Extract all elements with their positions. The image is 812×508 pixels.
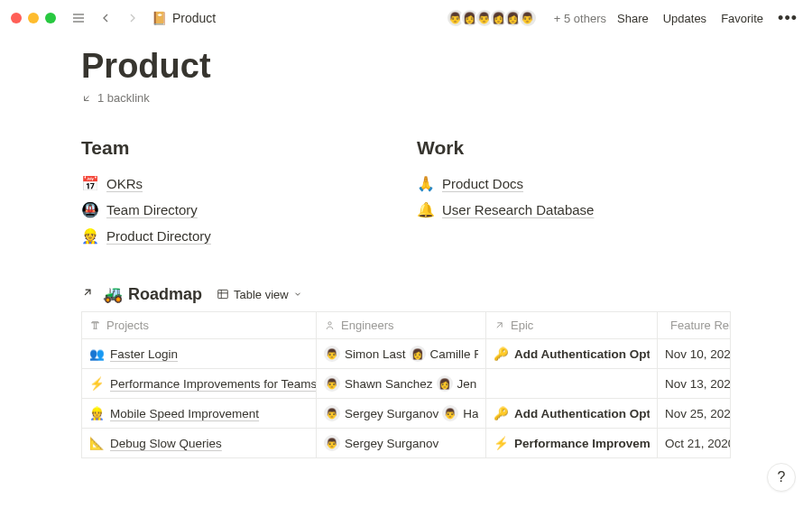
nav-back-icon[interactable]: [96, 8, 115, 28]
view-label: Table view: [234, 288, 289, 301]
table-row[interactable]: 📐Debug Slow Queries👨Sergey Surganov⚡Perf…: [82, 429, 731, 458]
team-heading: Team: [81, 137, 395, 159]
epic-name: Performance Improvemen: [514, 437, 650, 450]
col-header-projects[interactable]: Projects: [82, 312, 317, 339]
engineer-name: Simon Last: [345, 347, 406, 361]
roadmap-title[interactable]: 🚜 Roadmap: [103, 284, 202, 304]
window-minimize-icon[interactable]: [28, 13, 39, 23]
avatar: 👨: [324, 405, 340, 421]
person-icon: [324, 319, 336, 331]
updates-button[interactable]: Updates: [660, 10, 710, 27]
link-label: User Research Database: [442, 202, 594, 217]
epic-name: Add Authentication Optio: [514, 407, 650, 420]
link-label: Product Directory: [106, 228, 211, 244]
roadmap-title-text: Roadmap: [128, 285, 202, 304]
engineer-name: Sergey Surganov: [345, 407, 438, 420]
svg-line-4: [85, 290, 90, 295]
worker-icon: 👷: [81, 227, 99, 245]
breadcrumb[interactable]: 📔 Product: [152, 11, 216, 25]
project-icon: 👷: [89, 406, 105, 420]
window-close-icon[interactable]: [11, 13, 22, 23]
engineer: 👨Shawn Sanchez: [324, 375, 433, 392]
release-date: Oct 21, 2020: [658, 429, 731, 458]
project-icon: 📐: [89, 436, 105, 450]
avatar: 👩: [410, 346, 426, 362]
link-label: Team Directory: [106, 202, 198, 217]
collaborator-avatars[interactable]: 👨 👩 👨 👩 👩 👨: [446, 8, 538, 28]
backlinks-label: 1 backlink: [97, 91, 150, 105]
link-label: Product Docs: [442, 176, 523, 191]
bell-icon: 🔔: [417, 201, 435, 218]
table-row[interactable]: ⚡Performance Improvements for Teams👨Shaw…: [82, 369, 731, 399]
window-zoom-icon[interactable]: [45, 13, 56, 23]
col-header-date[interactable]: Feature Release Date: [658, 312, 731, 339]
page-content: Product 1 backlink Team 📅 OKRs 🚇 Team Di…: [0, 36, 812, 458]
col-header-engineers[interactable]: Engineers: [317, 312, 486, 339]
link-okrs[interactable]: 📅 OKRs: [81, 175, 395, 192]
project-name: Performance Improvements for Teams: [110, 377, 317, 391]
link-team-directory[interactable]: 🚇 Team Directory: [81, 201, 395, 218]
work-column: Work 🙏 Product Docs 🔔 User Research Data…: [417, 137, 731, 245]
epic-name: Add Authentication Optio: [514, 347, 650, 361]
engineer-name: Camille R: [430, 347, 478, 361]
engineer-name: Ha: [463, 407, 478, 420]
svg-line-9: [497, 323, 502, 328]
page-title: Product: [81, 47, 731, 86]
release-date: Nov 10, 2020: [658, 339, 731, 369]
text-icon: [89, 319, 101, 331]
epic-icon: 🔑: [494, 346, 509, 361]
project-name: Faster Login: [110, 347, 178, 361]
engineer-name: Shawn Sanchez: [345, 377, 433, 391]
project-icon: ⚡: [89, 376, 105, 391]
chevron-down-icon: [293, 290, 302, 299]
engineer: 👩Camille R: [410, 346, 478, 362]
top-bar: 📔 Product 👨 👩 👨 👩 👩 👨 + 5 others Share U…: [0, 0, 812, 36]
nav-forward-icon[interactable]: [123, 8, 143, 28]
engineer: 👨Sergey Surganov: [324, 435, 438, 451]
favorite-button[interactable]: Favorite: [717, 10, 767, 27]
open-icon[interactable]: [81, 286, 94, 302]
table-row[interactable]: 👥Faster Login👨Simon Last👩Camille R🔑Add A…: [82, 339, 731, 369]
relation-icon: [494, 319, 505, 331]
link-product-directory[interactable]: 👷 Product Directory: [81, 227, 395, 245]
project-name: Debug Slow Queries: [110, 437, 222, 450]
window-controls: [11, 13, 56, 23]
project-icon: 👥: [89, 346, 105, 361]
svg-line-3: [85, 96, 89, 100]
engineer-name: Jen: [457, 377, 477, 391]
engineer-name: Sergey Surganov: [345, 437, 438, 450]
engineer: 👨Sergey Surganov: [324, 405, 438, 421]
link-label: OKRs: [106, 176, 143, 191]
metro-icon: 🚇: [81, 201, 99, 218]
epic-icon: ⚡: [494, 436, 509, 450]
table-row[interactable]: 👷Mobile Speed Improvement👨Sergey Surgano…: [82, 399, 731, 429]
breadcrumb-title: Product: [172, 11, 216, 25]
link-user-research[interactable]: 🔔 User Research Database: [417, 201, 731, 218]
epic-icon: 🔑: [494, 406, 509, 420]
view-selector[interactable]: Table view: [217, 288, 302, 301]
link-product-docs[interactable]: 🙏 Product Docs: [417, 175, 731, 192]
backlinks-button[interactable]: 1 backlink: [81, 91, 731, 105]
help-button[interactable]: ?: [767, 463, 796, 492]
svg-point-8: [328, 322, 331, 325]
engineer: 👨Simon Last: [324, 346, 406, 362]
menu-icon[interactable]: [69, 8, 88, 28]
pray-icon: 🙏: [417, 175, 435, 192]
share-button[interactable]: Share: [614, 10, 652, 27]
breadcrumb-page-icon: 📔: [152, 11, 167, 25]
svg-rect-5: [218, 290, 228, 298]
more-icon[interactable]: •••: [774, 9, 801, 28]
roadmap-table: Projects Engineers Epic Feature Release …: [81, 311, 731, 458]
release-date: Nov 13, 2020: [658, 369, 731, 399]
others-count[interactable]: + 5 others: [554, 12, 606, 25]
avatar: 👨: [324, 375, 340, 392]
avatar: 👨: [324, 435, 340, 451]
release-date: Nov 25, 2020: [658, 399, 731, 429]
col-header-epic[interactable]: Epic: [486, 312, 658, 339]
engineer: 👩Jen: [437, 375, 477, 392]
roadmap-block: 🚜 Roadmap Table view Projects Engineers …: [81, 284, 731, 458]
avatar: 👨: [324, 346, 340, 362]
team-column: Team 📅 OKRs 🚇 Team Directory 👷 Product D…: [81, 137, 395, 245]
engineer: 👨Ha: [442, 405, 478, 421]
tractor-icon: 🚜: [103, 284, 123, 304]
